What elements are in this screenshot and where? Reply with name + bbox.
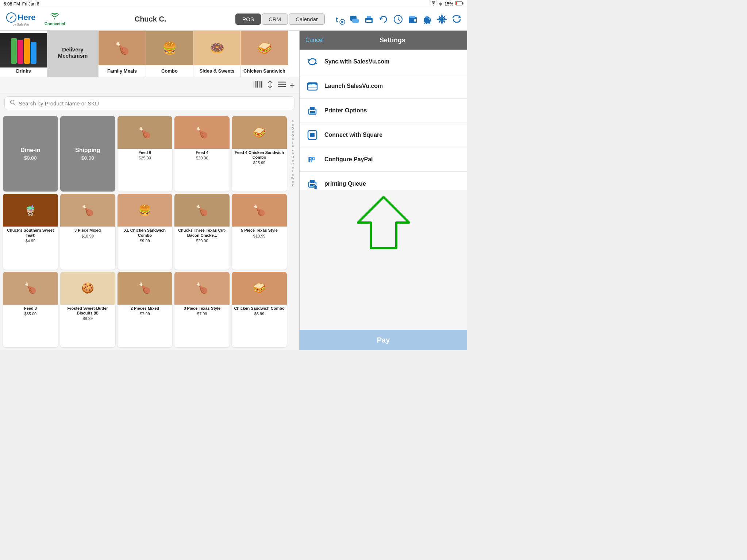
chat-icon[interactable]: [348, 13, 361, 26]
svg-rect-16: [414, 19, 416, 22]
product-name-chicken-combo: Chicken Sandwich Combo: [234, 306, 285, 311]
product-feed6[interactable]: 🍗 Feed 6 $25.00: [118, 116, 173, 192]
product-shipping[interactable]: Shipping $0.00: [60, 116, 115, 192]
svg-point-5: [341, 21, 343, 23]
alpha-w[interactable]: W: [291, 176, 294, 181]
feed6-image: 🍗: [118, 116, 173, 149]
tab-crm[interactable]: CRM: [262, 13, 288, 25]
settings-title: Settings: [324, 36, 461, 44]
text-settings-icon[interactable]: t: [334, 13, 346, 26]
battery-icon: [455, 1, 463, 7]
search-input[interactable]: [19, 100, 289, 107]
settings-item-printer[interactable]: Printer Options: [300, 99, 467, 123]
category-tab-family[interactable]: 🍗 Family Meals: [99, 31, 146, 77]
category-label-drinks: Drinks: [0, 67, 47, 74]
alpha-d[interactable]: D: [292, 126, 294, 131]
barcode-icon[interactable]: [254, 81, 262, 89]
pay-button[interactable]: Pay: [300, 330, 467, 350]
logo-sub: by SalesVu: [12, 23, 29, 26]
alpha-r[interactable]: R: [292, 162, 294, 167]
alpha-a[interactable]: A: [292, 119, 294, 124]
sync-icon: [305, 55, 319, 69]
settings-label-launch: Launch SalesVu.com: [324, 83, 383, 89]
tab-calendar[interactable]: Calendar: [289, 13, 325, 25]
connection-label: Connected: [45, 22, 65, 26]
settings-cancel-button[interactable]: Cancel: [305, 37, 324, 43]
product-3-texas[interactable]: 🍗 3 Piece Texas Style $7.99: [174, 272, 230, 347]
settings-item-launch[interactable]: www Launch SalesVu.com: [300, 74, 467, 99]
battery-display: 15%: [444, 1, 453, 7]
product-sweet-tea[interactable]: 🧋 Chuck's Southern Sweet Tea® $4.99: [3, 194, 58, 269]
logo-label: Here: [18, 13, 36, 22]
svg-line-41: [14, 104, 16, 105]
svg-rect-31: [257, 81, 258, 88]
settings-header: Cancel Settings: [300, 31, 467, 50]
category-tab-delivery[interactable]: DeliveryMechanism: [47, 31, 99, 77]
texas-chucks-info: Chucks Three Texas Cut-Bacon Chicke... $…: [174, 227, 230, 245]
chicken-combo-image: 🥪: [232, 272, 287, 305]
product-biscuits[interactable]: 🍪 Frosted Sweet-Butter Biscuits (8) $8.2…: [60, 272, 115, 347]
product-xl-chicken[interactable]: 🍔 XL Chicken Sandwich Combo $9.99: [118, 194, 173, 269]
settings-item-paypal[interactable]: P P Configure PayPal: [300, 147, 467, 172]
printer-icon[interactable]: [363, 13, 375, 26]
printer-queue-icon: i: [305, 177, 319, 190]
alpha-t[interactable]: T: [292, 169, 294, 174]
category-tab-sides[interactable]: 🍩 Sides & Sweets: [193, 31, 241, 77]
category-tab-drinks[interactable]: Drinks: [0, 31, 47, 77]
category-tab-combo[interactable]: 🍔 Combo: [146, 31, 193, 77]
alpha-g[interactable]: G: [291, 133, 294, 138]
svg-text:P: P: [310, 155, 316, 164]
product-dine-in[interactable]: Dine-in $0.00: [3, 116, 58, 192]
product-3-mixed[interactable]: 🍗 3 Piece Mixed $10.99: [60, 194, 115, 269]
wallet-icon[interactable]: [407, 13, 419, 26]
piggy-bank-icon[interactable]: [421, 13, 434, 26]
gear-icon[interactable]: [436, 13, 448, 26]
menu-icon[interactable]: [278, 81, 286, 89]
product-feed4-chicken[interactable]: 🥪 Feed 4 Chicken Sandwich Combo $25.99: [232, 116, 287, 192]
sweet-tea-image: 🧋: [3, 194, 58, 227]
clock-icon[interactable]: [392, 13, 404, 26]
alpha-dot-5: [292, 152, 294, 154]
refresh-icon[interactable]: [450, 13, 463, 26]
tab-pos[interactable]: POS: [235, 13, 261, 25]
settings-item-sync[interactable]: Sync with SalesVu.com: [300, 50, 467, 74]
category-tab-chicken[interactable]: 🥪 Chicken Sandwich: [241, 31, 288, 77]
printer-options-icon: [305, 104, 319, 117]
texas-chucks-image: 🍗: [174, 194, 230, 227]
undo-icon[interactable]: [377, 13, 390, 26]
add-icon[interactable]: +: [289, 80, 295, 91]
product-texas-chucks[interactable]: 🍗 Chucks Three Texas Cut-Bacon Chicke...…: [174, 194, 230, 269]
svg-rect-30: [257, 81, 257, 88]
search-input-wrap: [4, 96, 295, 110]
2-mixed-info: 2 Pieces Mixed $7.99: [118, 305, 173, 318]
alpha-dot-2: [292, 131, 294, 133]
toolbar-icons: t: [334, 13, 463, 26]
xl-chicken-info: XL Chicken Sandwich Combo $9.99: [118, 227, 173, 245]
product-5-texas[interactable]: 🍗 5 Piece Texas Style $10.99: [232, 194, 287, 269]
product-price-xl-chicken: $9.99: [120, 239, 170, 243]
alpha-o[interactable]: O: [291, 155, 294, 159]
product-2-mixed[interactable]: 🍗 2 Pieces Mixed $7.99: [118, 272, 173, 347]
alpha-z[interactable]: Z: [292, 183, 294, 188]
alpha-l[interactable]: L: [292, 147, 293, 152]
settings-item-square[interactable]: Connect with Square: [300, 123, 467, 147]
settings-item-queue[interactable]: i printing Queue: [300, 172, 467, 190]
product-name-shipping: Shipping: [72, 147, 103, 154]
feed6-info: Feed 6 $25.00: [118, 149, 173, 162]
settings-panel: Cancel Settings Sync with SalesVu.com: [299, 31, 467, 350]
alpha-i[interactable]: I: [292, 140, 293, 145]
family-meals-image: 🍗: [99, 31, 146, 65]
alpha-dot-8: [292, 174, 294, 176]
product-feed8[interactable]: 🍗 Feed 8 $35.00: [3, 272, 58, 347]
svg-rect-34: [261, 81, 261, 88]
svg-point-25: [429, 19, 430, 19]
product-price-biscuits: $8.29: [62, 316, 113, 321]
product-feed4[interactable]: 🍗 Feed 4 $20.00: [174, 116, 230, 192]
wifi-connected-icon: [50, 12, 60, 22]
search-icon: [10, 100, 16, 107]
product-chicken-combo[interactable]: 🥪 Chicken Sandwich Combo $6.99: [232, 272, 287, 347]
svg-rect-20: [426, 16, 428, 18]
feed8-image: 🍗: [3, 272, 58, 305]
sort-icon[interactable]: [266, 80, 274, 90]
product-name-texas-chucks: Chucks Three Texas Cut-Bacon Chicke...: [177, 228, 227, 237]
